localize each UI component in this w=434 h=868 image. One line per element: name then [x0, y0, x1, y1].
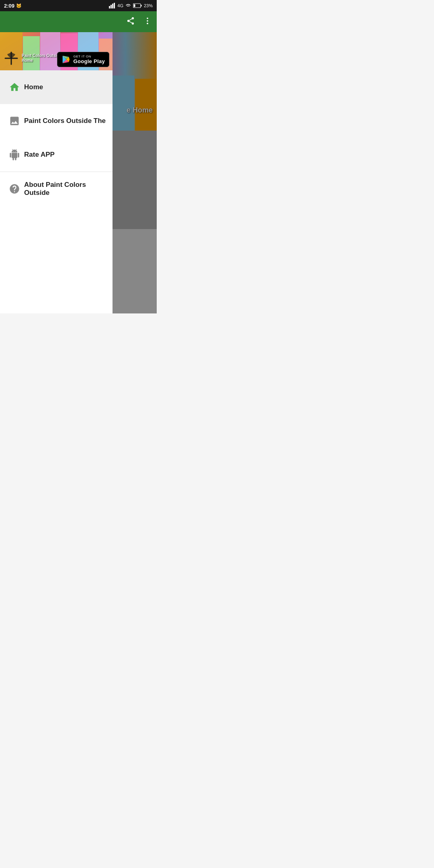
status-bar-right: 4G 23%	[109, 3, 153, 8]
get-it-on-label: GET IT ON	[74, 55, 105, 58]
signal-icon	[109, 3, 115, 8]
more-options-button[interactable]	[143, 16, 152, 27]
network-type: 4G	[117, 3, 123, 8]
status-bar: 2:09 🐱 4G 23%	[0, 0, 157, 11]
android-icon	[6, 147, 23, 163]
menu-item-rate-app[interactable]: Rate APP	[0, 138, 113, 172]
app-toolbar	[0, 11, 157, 32]
status-time: 2:09	[4, 3, 14, 9]
svg-rect-6	[133, 4, 135, 7]
menu-item-paint-colors[interactable]: Paint Colors Outside The	[0, 104, 113, 138]
svg-rect-0	[109, 6, 110, 8]
svg-rect-5	[141, 5, 141, 6]
question-icon	[6, 181, 23, 197]
image-icon	[6, 113, 23, 129]
google-play-text: GET IT ON Google Play	[74, 55, 105, 64]
svg-point-8	[147, 20, 148, 22]
drawer-menu: Home Paint Colors Outside The Rate APP	[0, 70, 113, 313]
svg-point-7	[147, 17, 148, 19]
nav-drawer: RigariDev Paint Colors Outside The Home	[0, 0, 113, 313]
app-logo-icon	[3, 50, 19, 66]
menu-item-about[interactable]: About Paint Colors Outside	[0, 172, 113, 206]
menu-item-home[interactable]: Home	[0, 70, 113, 104]
menu-home-label: Home	[24, 83, 43, 91]
svg-rect-2	[112, 4, 113, 8]
share-button[interactable]	[126, 16, 135, 27]
menu-rate-app-label: Rate APP	[24, 151, 55, 159]
svg-rect-1	[111, 5, 112, 8]
google-play-badge[interactable]: GET IT ON Google Play	[57, 52, 109, 67]
toolbar-icons	[126, 16, 152, 27]
status-bar-left: 2:09 🐱	[4, 3, 22, 9]
google-play-icon	[61, 55, 70, 64]
svg-rect-3	[114, 3, 115, 8]
wifi-icon	[125, 3, 131, 8]
google-play-label: Google Play	[74, 58, 105, 64]
home-icon	[6, 79, 23, 95]
battery-icon	[133, 3, 142, 8]
svg-point-9	[147, 23, 148, 24]
menu-about-label: About Paint Colors Outside	[24, 181, 106, 197]
battery-percentage: 23%	[144, 3, 153, 8]
menu-paint-colors-label: Paint Colors Outside The	[24, 117, 106, 125]
cat-icon: 🐱	[16, 3, 22, 8]
